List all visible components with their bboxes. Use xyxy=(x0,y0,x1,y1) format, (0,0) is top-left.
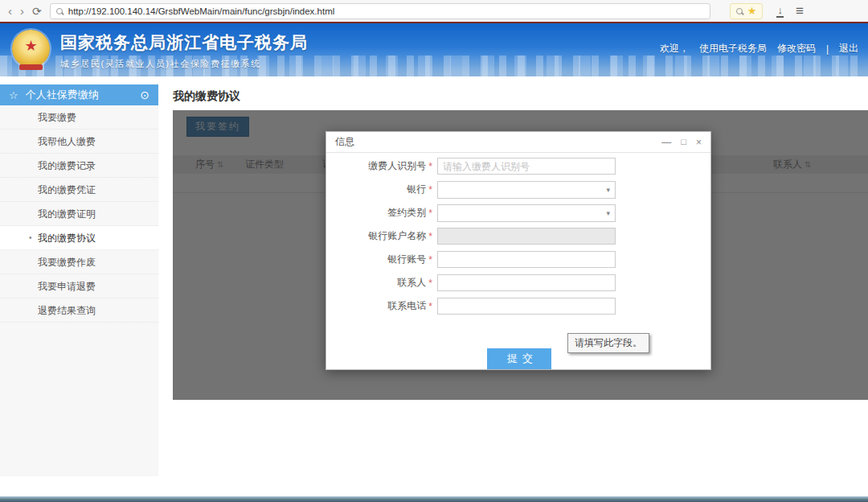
collapse-circle-icon[interactable]: ⊙ xyxy=(140,88,149,101)
links-divider: | xyxy=(826,43,829,55)
dialog-titlebar: 信息 — □ × xyxy=(326,132,710,153)
bookmark-star-icon[interactable]: ★ xyxy=(747,6,757,16)
required-mark: * xyxy=(428,161,432,172)
page-title: 我的缴费协议 xyxy=(173,89,868,104)
browser-toolbar: ‹ › ⟳ http://192.100.140.14/GrsbfWebMain… xyxy=(0,0,868,22)
sidebar-item-void-payment[interactable]: 我要缴费作废 xyxy=(0,250,158,274)
sidebar-item-pay-for-others[interactable]: 我帮他人缴费 xyxy=(0,130,158,154)
sidebar-item-payment-vouchers[interactable]: 我的缴费凭证 xyxy=(0,178,158,202)
bank-select[interactable]: ▾ xyxy=(437,181,616,199)
required-mark: * xyxy=(428,301,432,312)
site-header: 国家税务总局浙江省电子税务局 城乡居民(灵活就业人员)社会保险费征缴系统 欢迎，… xyxy=(0,23,868,76)
tax-bureau-logo xyxy=(12,30,50,68)
field-label: 银行账户名称 * xyxy=(326,229,432,243)
sidebar: ☆ 个人社保费缴纳 ⊙ 我要缴费 我帮他人缴费 我的缴费记录 我的缴费凭证 我的… xyxy=(0,84,158,476)
site-titles: 国家税务总局浙江省电子税务局 城乡居民(灵活就业人员)社会保险费征缴系统 xyxy=(60,31,308,70)
field-label: 银行 * xyxy=(326,183,432,196)
chevron-down-icon: ▾ xyxy=(606,209,610,217)
form-row: 联系人 * xyxy=(326,271,710,294)
download-icon[interactable]: ↓ xyxy=(777,5,783,17)
form-row: 联系电话 * xyxy=(326,294,710,318)
info-dialog: 信息 — □ × 缴费人识别号 * 银行 * ▾ xyxy=(326,131,711,370)
home-icon: ☆ xyxy=(9,89,18,101)
form-row: 银行账号 * xyxy=(326,248,710,271)
required-mark: * xyxy=(428,231,432,242)
header-links: 欢迎， 使用电子税务局 修改密码 | 退出 xyxy=(660,42,858,56)
field-label-text: 联系人 xyxy=(397,276,426,290)
site-title: 国家税务总局浙江省电子税务局 xyxy=(60,31,308,54)
field-label: 银行账号 * xyxy=(326,253,432,266)
maximize-icon[interactable]: □ xyxy=(681,138,686,146)
sidebar-item-payment-certificates[interactable]: 我的缴费证明 xyxy=(0,202,158,226)
sidebar-title: 个人社保费缴纳 xyxy=(26,88,99,102)
field-label-text: 联系电话 xyxy=(387,299,426,313)
sidebar-item-refund-result-query[interactable]: 退费结果查询 xyxy=(0,298,158,323)
sidebar-item-label: 我的缴费协议 xyxy=(38,232,96,244)
required-mark: * xyxy=(428,208,432,219)
payer-id-field[interactable] xyxy=(437,158,616,175)
change-password-link[interactable]: 修改密码 xyxy=(777,42,816,56)
field-label: 缴费人识别号 * xyxy=(326,159,432,173)
required-mark: * xyxy=(428,184,432,195)
user-link[interactable]: 使用电子税务局 xyxy=(699,42,767,56)
page-footer-strip xyxy=(0,496,868,502)
welcome-text: 欢迎， xyxy=(660,42,689,56)
search-icon xyxy=(56,8,63,14)
url-text[interactable]: http://192.100.140.14/GrsbfWebMain/main/… xyxy=(68,6,335,16)
bank-account-number-field[interactable] xyxy=(437,251,616,268)
field-label: 联系人 * xyxy=(326,276,432,290)
field-label: 联系电话 * xyxy=(326,299,432,313)
validation-tooltip: 请填写此字段。 xyxy=(567,333,649,353)
active-item-dot-icon: • xyxy=(29,226,32,250)
sidebar-item-payment-records[interactable]: 我的缴费记录 xyxy=(0,154,158,178)
search-bookmark-group: ★ xyxy=(730,3,764,19)
page-search-icon[interactable] xyxy=(736,8,743,14)
sidebar-item-payment-agreements[interactable]: • 我的缴费协议 xyxy=(0,226,158,250)
contact-person-field[interactable] xyxy=(437,274,616,291)
form-row: 银行 * ▾ xyxy=(326,178,710,201)
contract-type-select[interactable]: ▾ xyxy=(437,204,616,222)
field-label-text: 银行账号 xyxy=(387,253,426,266)
submit-button[interactable]: 提交 xyxy=(487,348,551,369)
contact-phone-field[interactable] xyxy=(437,298,616,315)
logout-link[interactable]: 退出 xyxy=(839,42,858,56)
minimize-icon[interactable]: — xyxy=(661,138,671,147)
close-icon[interactable]: × xyxy=(696,138,702,147)
sidebar-item-pay[interactable]: 我要缴费 xyxy=(0,105,158,130)
field-label-text: 银行 xyxy=(407,183,426,196)
browser-menu-icon[interactable]: ≡ xyxy=(796,4,804,18)
back-button[interactable]: ‹ xyxy=(8,5,12,17)
dialog-title: 信息 xyxy=(335,135,354,149)
refresh-button[interactable]: ⟳ xyxy=(32,6,42,17)
field-label: 签约类别 * xyxy=(326,206,432,220)
field-label-text: 签约类别 xyxy=(387,206,426,220)
browser-window: ‹ › ⟳ http://192.100.140.14/GrsbfWebMain… xyxy=(0,0,868,502)
site-subtitle: 城乡居民(灵活就业人员)社会保险费征缴系统 xyxy=(60,58,308,70)
field-label-text: 缴费人识别号 xyxy=(368,159,426,173)
required-mark: * xyxy=(428,278,432,289)
forward-button[interactable]: › xyxy=(20,5,24,17)
form-row: 签约类别 * ▾ xyxy=(326,201,710,224)
chevron-down-icon: ▾ xyxy=(606,186,610,194)
required-mark: * xyxy=(428,254,432,265)
sidebar-item-apply-refund[interactable]: 我要申请退费 xyxy=(0,274,158,298)
agreement-form: 缴费人识别号 * 银行 * ▾ 签约类别 * xyxy=(326,153,710,369)
sidebar-header[interactable]: ☆ 个人社保费缴纳 ⊙ xyxy=(0,84,158,105)
field-label-text: 银行账户名称 xyxy=(368,229,426,243)
form-row: 银行账户名称 * xyxy=(326,224,710,248)
form-row: 缴费人识别号 * xyxy=(326,154,710,178)
address-bar[interactable]: http://192.100.140.14/GrsbfWebMain/main/… xyxy=(50,3,710,19)
bank-account-name-field xyxy=(437,228,616,245)
dialog-window-controls: — □ × xyxy=(661,138,702,147)
